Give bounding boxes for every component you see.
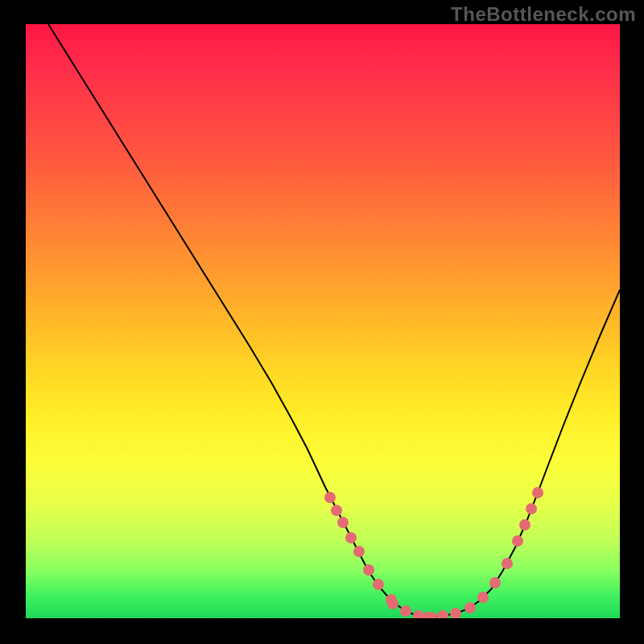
bottleneck-curve xyxy=(48,24,620,617)
data-marker xyxy=(331,505,342,516)
data-marker xyxy=(437,610,448,618)
data-marker xyxy=(464,602,476,613)
data-marker xyxy=(413,610,424,618)
data-marker xyxy=(387,598,398,609)
data-marker xyxy=(532,487,543,498)
data-marker xyxy=(502,558,513,569)
data-marker xyxy=(363,564,374,576)
watermark: TheBottleneck.com xyxy=(451,3,636,26)
data-marker xyxy=(512,535,523,547)
data-marker xyxy=(337,517,349,528)
plot-area xyxy=(26,24,620,618)
data-marker xyxy=(400,605,411,617)
data-marker xyxy=(450,608,461,618)
chart-frame: TheBottleneck.com xyxy=(0,0,644,644)
data-marker xyxy=(373,579,384,590)
data-marker xyxy=(324,492,336,503)
data-marker xyxy=(477,592,489,603)
data-marker xyxy=(526,503,537,514)
data-marker xyxy=(353,546,365,557)
data-marker xyxy=(345,532,357,543)
chart-svg xyxy=(26,24,620,618)
data-marker xyxy=(489,577,501,588)
marker-group xyxy=(324,487,543,618)
data-marker xyxy=(519,519,530,530)
